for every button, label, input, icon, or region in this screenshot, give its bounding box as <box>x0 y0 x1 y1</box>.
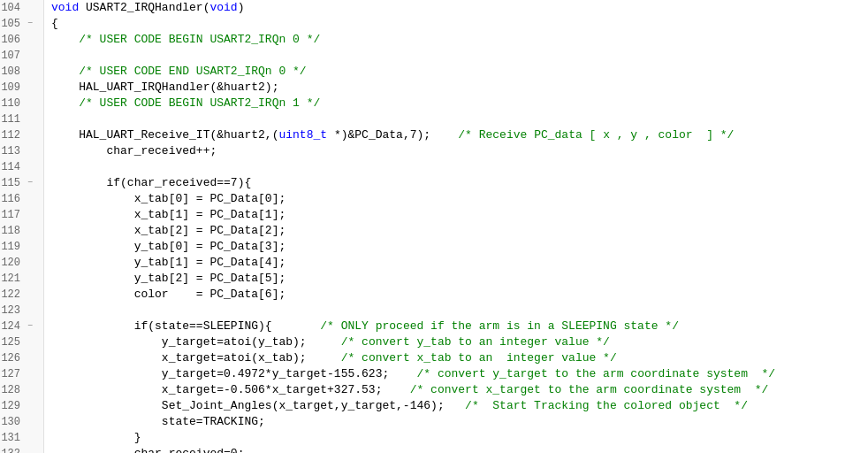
line-content: } <box>44 430 868 446</box>
plain-token: char_received++; <box>106 144 217 157</box>
line-number: 110 <box>0 96 44 111</box>
plain-token: x_tab[0] = PC_Data[0]; <box>134 192 286 205</box>
line-number: 132 <box>0 446 44 453</box>
line-content: if(state==SLEEPING){ /* ONLY proceed if … <box>44 319 868 334</box>
line-content: y_target=0.4972*y_target-155.623; /* con… <box>44 366 868 382</box>
line-content: HAL_UART_Receive_IT(&huart2,(uint8_t *)&… <box>44 127 868 143</box>
code-line: 116 x_tab[0] = PC_Data[0]; <box>0 191 868 207</box>
line-content: x_tab[0] = PC_Data[0]; <box>44 191 868 207</box>
line-content: HAL_UART_IRQHandler(&huart2); <box>44 80 868 96</box>
code-line: 105−{ <box>0 16 868 32</box>
comment-token: /* convert x_tab to an integer value */ <box>341 351 617 365</box>
line-content: y_tab[2] = PC_Data[5]; <box>44 271 868 287</box>
plain-token: x_target=atoi(x_tab); <box>162 351 341 365</box>
plain-token: state=TRACKING; <box>162 415 265 428</box>
plain-token: y_tab[2] = PC_Data[5]; <box>134 272 286 285</box>
line-content: y_target=atoi(y_tab); /* convert y_tab t… <box>44 334 868 350</box>
plain-token: x_tab[2] = PC_Data[2]; <box>134 224 286 237</box>
code-line: 131 } <box>0 430 868 446</box>
line-number: 114 <box>0 159 44 175</box>
fold-icon[interactable]: − <box>24 177 36 189</box>
line-content: if(char_received==7){ <box>44 175 868 191</box>
line-content: color = PC_Data[6]; <box>44 287 868 303</box>
comment-token: /* Start Tracking the colored object */ <box>465 399 748 412</box>
line-content: char_received++; <box>44 143 868 159</box>
code-line: 120 y_tab[1] = PC_Data[4]; <box>0 255 868 271</box>
code-line: 112 HAL_UART_Receive_IT(&huart2,(uint8_t… <box>0 127 868 143</box>
line-number: 113 <box>0 143 44 159</box>
line-number: 115− <box>0 175 44 191</box>
kw-token: void <box>209 1 237 14</box>
code-line: 124− if(state==SLEEPING){ /* ONLY procee… <box>0 319 868 334</box>
code-line: 115− if(char_received==7){ <box>0 175 868 191</box>
line-content: void USART2_IRQHandler(void) <box>44 0 868 16</box>
plain-token: x_target=-0.506*x_target+327.53; <box>162 383 410 396</box>
code-line: 110 /* USER CODE BEGIN USART2_IRQn 1 */ <box>0 96 868 111</box>
code-line: 108 /* USER CODE END USART2_IRQn 0 */ <box>0 64 868 80</box>
fold-icon[interactable]: − <box>24 320 36 333</box>
line-content: state=TRACKING; <box>44 414 868 430</box>
comment-token: /* USER CODE END USART2_IRQn 0 */ <box>79 65 306 78</box>
comment-token: /* ONLY proceed if the arm is in a SLEEP… <box>320 319 679 333</box>
code-line: 129 Set_Joint_Angles(x_target,y_target,-… <box>0 398 868 414</box>
line-content: y_tab[0] = PC_Data[3]; <box>44 239 868 255</box>
code-line: 104void USART2_IRQHandler(void) <box>0 0 868 16</box>
code-line: 111 <box>0 111 868 127</box>
line-content: x_target=-0.506*x_target+327.53; /* conv… <box>44 382 868 398</box>
code-line: 132 char_received=0; <box>0 446 868 453</box>
plain-token: *)&PC_Data,7); <box>327 128 458 142</box>
code-line: 114 <box>0 159 868 175</box>
comment-token: /* USER CODE BEGIN USART2_IRQn 0 */ <box>79 33 320 46</box>
line-number: 125 <box>0 334 44 350</box>
line-content: /* USER CODE BEGIN USART2_IRQn 1 */ <box>44 96 868 111</box>
line-number: 108 <box>0 64 44 80</box>
comment-token: /* USER CODE BEGIN USART2_IRQn 1 */ <box>79 96 320 110</box>
comment-token: /* convert y_target to the arm coordinat… <box>416 367 775 380</box>
code-line: 127 y_target=0.4972*y_target-155.623; /*… <box>0 366 868 382</box>
line-content: Set_Joint_Angles(x_target,y_target,-146)… <box>44 398 868 414</box>
code-line: 130 state=TRACKING; <box>0 414 868 430</box>
line-number: 105− <box>0 16 44 32</box>
plain-token: Set_Joint_Angles(x_target,y_target,-146)… <box>162 399 465 412</box>
plain-token: USART2_IRQHandler( <box>79 1 209 14</box>
plain-token: y_tab[0] = PC_Data[3]; <box>134 240 286 253</box>
line-number: 118 <box>0 223 44 239</box>
plain-token: y_target=0.4972*y_target-155.623; <box>162 367 417 380</box>
plain-token: x_tab[1] = PC_Data[1]; <box>134 208 286 221</box>
line-number: 109 <box>0 80 44 96</box>
code-line: 113 char_received++; <box>0 143 868 159</box>
line-content: /* USER CODE END USART2_IRQn 0 */ <box>44 64 868 80</box>
code-line: 109 HAL_UART_IRQHandler(&huart2); <box>0 80 868 96</box>
code-line: 123 <box>0 303 868 319</box>
line-content: y_tab[1] = PC_Data[4]; <box>44 255 868 271</box>
plain-token: HAL_UART_IRQHandler(&huart2); <box>79 81 278 94</box>
line-number: 131 <box>0 430 44 446</box>
line-number: 107 <box>0 48 44 64</box>
line-content: x_tab[2] = PC_Data[2]; <box>44 223 868 239</box>
plain-token: { <box>51 17 58 30</box>
fold-icon[interactable]: − <box>24 18 36 30</box>
plain-token: if(state==SLEEPING){ <box>134 319 321 333</box>
plain-token: y_tab[1] = PC_Data[4]; <box>134 256 286 269</box>
line-number: 129 <box>0 398 44 414</box>
line-number: 112 <box>0 127 44 143</box>
line-number: 127 <box>0 366 44 382</box>
code-editor: 104void USART2_IRQHandler(void)105−{106 … <box>0 0 868 453</box>
line-number: 111 <box>0 111 44 127</box>
line-number: 130 <box>0 414 44 430</box>
code-line: 121 y_tab[2] = PC_Data[5]; <box>0 271 868 287</box>
code-line: 122 color = PC_Data[6]; <box>0 287 868 303</box>
plain-token: ) <box>238 1 245 14</box>
line-number: 117 <box>0 207 44 223</box>
plain-token: if(char_received==7){ <box>106 176 251 189</box>
code-line: 128 x_target=-0.506*x_target+327.53; /* … <box>0 382 868 398</box>
code-line: 119 y_tab[0] = PC_Data[3]; <box>0 239 868 255</box>
line-content: x_target=atoi(x_tab); /* convert x_tab t… <box>44 350 868 366</box>
plain-token: color = PC_Data[6]; <box>134 288 286 301</box>
line-number: 121 <box>0 271 44 287</box>
line-number: 119 <box>0 239 44 255</box>
line-number: 128 <box>0 382 44 398</box>
plain-token: } <box>134 431 141 444</box>
line-content: char_received=0; <box>44 446 868 453</box>
line-number: 123 <box>0 303 44 319</box>
